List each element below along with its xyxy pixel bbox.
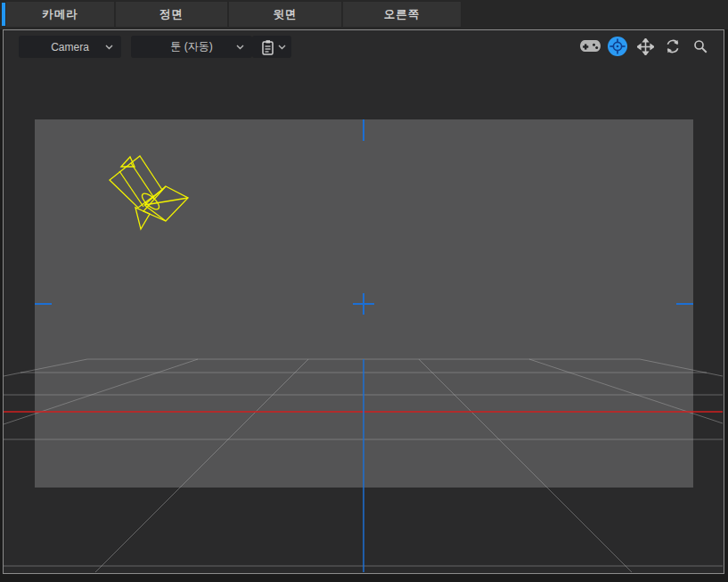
rotate-refresh-icon[interactable] [662,36,683,57]
chevron-down-icon [105,45,113,50]
pan-move-icon[interactable] [634,36,656,57]
zoom-magnifier-icon[interactable] [690,36,711,57]
camera-select-value: Camera [51,41,89,53]
tab-right[interactable]: 오른쪽 [343,2,461,27]
3d-viewport[interactable] [4,30,724,573]
clipboard-dropdown-button[interactable] [252,36,291,58]
shading-select-value: 툰 (자동) [170,39,212,54]
chevron-down-icon [236,45,244,50]
viewport-tool-icons [579,35,711,58]
tab-camera[interactable]: 카메라 [6,2,114,27]
3d-view-panel: Camera 툰 (자동) [3,29,724,574]
view-tabs: 카메라 정면 윗면 오른쪽 [6,2,461,27]
camera-select-dropdown[interactable]: Camera [19,36,121,58]
view-tab-bar: 카메라 정면 윗면 오른쪽 [0,0,728,29]
chevron-down-icon [278,45,286,50]
active-tab-accent-bar [2,3,5,26]
camera-track-target-icon[interactable] [607,36,628,57]
tab-front[interactable]: 정면 [116,2,227,27]
tab-top[interactable]: 윗면 [229,2,341,27]
shading-select-dropdown[interactable]: 툰 (자동) [131,36,252,58]
gamepad-icon[interactable] [579,36,601,57]
clipboard-icon [258,37,277,57]
